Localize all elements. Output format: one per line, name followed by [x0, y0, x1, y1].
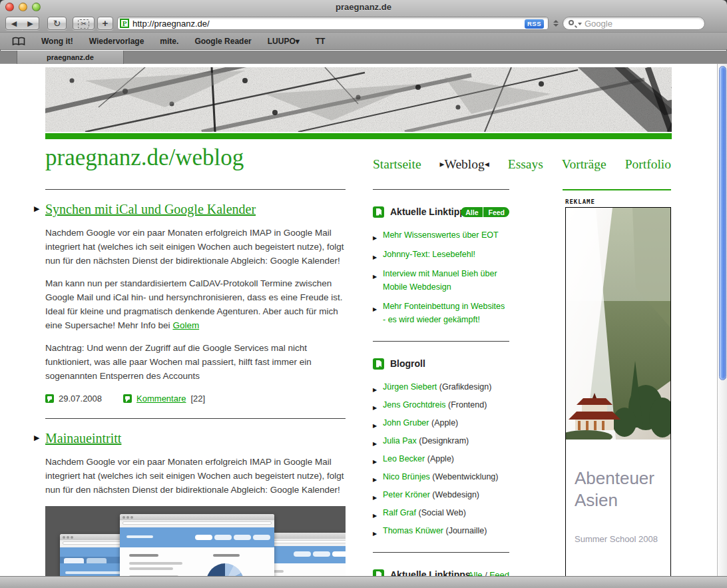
blogroll-link[interactable]: Leo Becker	[383, 454, 425, 463]
blogroll-link[interactable]: Nico Brünjes	[383, 472, 430, 481]
blogroll-link[interactable]: Peter Kröner	[383, 490, 430, 499]
nav-essays[interactable]: Essays	[508, 157, 543, 172]
search-input[interactable]	[585, 18, 698, 29]
nav-active-left-arrow-icon: ▸	[440, 159, 445, 169]
header-image	[45, 67, 672, 132]
bookmark-item-tt[interactable]: TT	[316, 37, 326, 46]
list-item: ▶Thomas Knüwer (Journaille)	[373, 524, 509, 537]
comments-count: [22]	[191, 394, 206, 404]
address-bar[interactable]: P RSS	[117, 17, 549, 30]
blogroll-link[interactable]: Jens Grochtdreis	[383, 400, 445, 410]
bookmark-item-wiedervorlage[interactable]: Wiedervorlage	[89, 37, 144, 46]
blogroll-note: (Journaille)	[446, 526, 487, 535]
alle-feed-pill: Alle Feed	[461, 207, 509, 217]
webclip-button[interactable]: ✂	[73, 17, 95, 30]
bullet-icon: ▶	[373, 527, 377, 541]
add-bookmark-button[interactable]: +	[97, 17, 113, 30]
bookmark-item-mite[interactable]: mite.	[160, 37, 178, 46]
back-button[interactable]: ◀	[5, 17, 23, 30]
vertical-scrollbar[interactable]	[717, 64, 727, 576]
bookmark-item-google-reader[interactable]: Google Reader	[194, 37, 251, 46]
scrollbar-thumb[interactable]	[719, 66, 726, 380]
list-item: ▶Jens Grochtdreis (Frontend)	[373, 398, 509, 412]
list-item: ▶Peter Kröner (Webdesign)	[373, 488, 509, 501]
nav-active-right-arrow-icon: ◂	[485, 159, 489, 169]
post-bullet-icon: ▶	[34, 434, 39, 442]
bookmark-folder-luupo[interactable]: LUUPO▾	[268, 37, 300, 46]
bullet-icon: ▶	[373, 473, 377, 487]
site-favicon: P	[120, 19, 129, 28]
blogroll-link[interactable]: Ralf Graf	[383, 508, 416, 517]
sidebar-top-divider	[373, 189, 509, 190]
list-item: ▶Mehr Fonteinbettung in Websites - es wi…	[373, 300, 509, 326]
linktipp-link[interactable]: Mehr Wissenswertes über EOT	[383, 230, 499, 240]
pill-feed-button[interactable]: Feed	[483, 207, 509, 217]
bookmarks-book-icon[interactable]	[12, 37, 25, 46]
blogroll-link[interactable]: Thomas Knüwer	[383, 526, 443, 535]
blogroll-note: (Social Web)	[419, 508, 466, 517]
status-bar	[0, 576, 727, 588]
browser-toolbar: ◀ ▶ ↻ ✂ + P RSS	[0, 15, 727, 32]
nav-portfolio[interactable]: Portfolio	[625, 157, 671, 172]
post-mainaueintritt: ▶ Mainaueintritt Nachdem Google vor ein …	[45, 431, 346, 576]
linktipps2-section-header: Aktuelle Linktipps Alle / Feed	[373, 569, 509, 576]
field-resize-handle[interactable]	[553, 20, 559, 27]
blogroll-note: (Grafikdesign)	[439, 382, 492, 392]
bullet-icon: ▶	[373, 455, 377, 469]
blogroll-note: (Webentwicklung)	[432, 472, 498, 481]
linktipp-link[interactable]: Interview mit Manuel Bieh über Mobile We…	[383, 269, 497, 292]
linktipp-link[interactable]: Johnny-Text: Lesebefehl!	[383, 250, 475, 259]
post-divider	[45, 418, 346, 419]
list-item: ▶Johnny-Text: Lesebefehl!	[373, 248, 509, 261]
post-title-link[interactable]: Mainaueintritt	[45, 431, 121, 445]
reload-button[interactable]: ↻	[47, 17, 67, 30]
nav-startseite[interactable]: Startseite	[373, 157, 421, 172]
blogroll-list: ▶Jürgen Siebert (Grafikdesign) ▶Jens Gro…	[373, 380, 509, 537]
bullet-icon: ▶	[373, 270, 377, 284]
list-item: ▶Mehr Wissenswertes über EOT	[373, 228, 509, 242]
url-input[interactable]	[132, 17, 505, 29]
linktipps-list: ▶Mehr Wissenswertes über EOT ▶Johnny-Tex…	[373, 228, 509, 326]
sidebar-column: Aktuelle Linktipps Alle Feed ▶Mehr Wisse…	[373, 189, 509, 576]
screenshot-pie-chart	[206, 563, 244, 576]
blogroll-link[interactable]: John Gruber	[383, 418, 429, 428]
blogroll-link[interactable]: Julia Pax	[383, 436, 417, 445]
list-item: ▶Jürgen Siebert (Grafikdesign)	[373, 380, 509, 394]
linktipps-icon	[373, 569, 384, 577]
title-divider	[45, 189, 346, 190]
post-paragraph: Man kann nun per standardisiertem CalDAV…	[45, 276, 346, 332]
feed-link[interactable]: Feed	[489, 570, 509, 576]
nav-weblog[interactable]: ▸Weblog◂	[440, 157, 489, 172]
post-title-link[interactable]: Synchen mit iCal und Google Kalender	[45, 202, 256, 216]
reload-icon: ↻	[53, 18, 61, 29]
pill-alle-button[interactable]: Alle	[461, 207, 483, 217]
linktipps-section-header: Aktuelle Linktipps Alle Feed	[373, 206, 509, 218]
forward-button[interactable]: ▶	[22, 17, 39, 30]
bullet-icon: ▶	[373, 251, 377, 264]
main-nav: Startseite ▸Weblog◂ Essays Vorträge Port…	[373, 157, 671, 172]
post-bullet-icon: ▶	[34, 204, 39, 213]
nav-vortraege[interactable]: Vorträge	[562, 157, 606, 172]
blogroll-icon	[373, 358, 384, 370]
forward-icon: ▶	[27, 19, 33, 27]
bookmark-item-wong-it[interactable]: Wong it!	[41, 37, 73, 46]
screenshot-window-center	[120, 514, 274, 576]
alle-feed-links: Alle / Feed	[468, 570, 509, 576]
ad-banner[interactable]: Abenteuer Asien Summer School 2008	[565, 207, 671, 576]
rss-button[interactable]: RSS	[525, 19, 544, 29]
tab-praegnanz[interactable]: praegnanz.de	[17, 51, 124, 64]
comments-link[interactable]: Kommentare	[136, 394, 186, 404]
blogroll-link[interactable]: Jürgen Siebert	[383, 382, 437, 392]
search-field[interactable]	[563, 17, 705, 30]
sidebar-divider	[373, 552, 509, 553]
ad-subtitle: Summer School 2008	[575, 534, 670, 544]
alle-link[interactable]: Alle	[468, 570, 483, 576]
search-options-caret-icon[interactable]	[578, 23, 582, 25]
linktipp-link[interactable]: Mehr Fonteinbettung in Websites - es wir…	[383, 302, 505, 324]
golem-link[interactable]: Golem	[172, 320, 199, 330]
post-image[interactable]	[45, 506, 346, 576]
linktipps-icon	[373, 206, 384, 218]
header-green-bar	[45, 133, 672, 139]
bookmarks-bar: Wong it! Wiedervorlage mite. Google Read…	[0, 32, 727, 50]
search-icon	[569, 20, 574, 25]
